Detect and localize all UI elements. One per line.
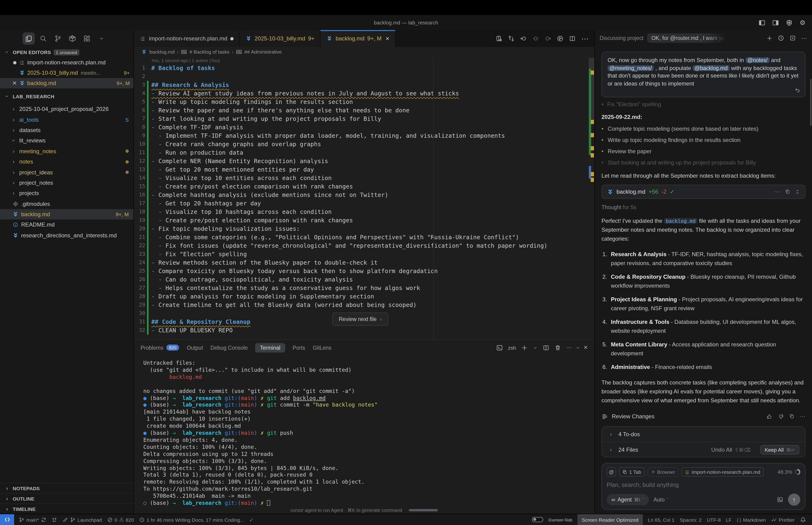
tab-output[interactable]: Output <box>187 345 203 350</box>
editor-line[interactable]: 32- CLEAN UP BLUESKY REPO <box>134 326 594 335</box>
tree-file-.gitmodules[interactable]: .gitmodules <box>0 198 134 209</box>
breadcrumb[interactable]: backlog.md › # Backlog of tasks › ## Adm… <box>134 47 594 56</box>
chat-composer[interactable]: @ 1 Tab Browser import-notion-research.p… <box>601 463 806 510</box>
toggle-sidebar-icon[interactable] <box>759 19 766 26</box>
chat-scrollbar[interactable] <box>810 79 812 126</box>
editor-line[interactable]: 11 - Run on production data <box>134 149 594 157</box>
nav-current-icon[interactable] <box>532 35 539 42</box>
editor-line[interactable]: 26 - Can do outrage, sociopolitical, and… <box>134 275 594 284</box>
toggle-panel-icon[interactable] <box>772 19 779 26</box>
model-selector[interactable]: Autoˆ <box>654 497 668 502</box>
thought-duration[interactable]: Thought for 5s <box>601 205 806 210</box>
tab-import-notion-plan[interactable]: import-notion-research.plan.md <box>134 30 240 47</box>
editor-line[interactable]: 14 - Visualize top 10 entities across ea… <box>134 174 594 182</box>
new-terminal-icon[interactable] <box>521 344 528 351</box>
tree-folder-project_ideas[interactable]: ›project_ideas <box>0 167 134 178</box>
sync-icon[interactable] <box>41 517 47 522</box>
undo-all-button[interactable]: Undo All⇧⌘⌫ <box>711 446 751 453</box>
editor-line[interactable]: 7- Start looking at and writing up the p… <box>134 115 594 123</box>
indentation[interactable]: Spaces: 2 <box>680 517 702 522</box>
screen-reader-mode[interactable]: Screen Reader Optimized <box>578 514 643 525</box>
history-icon[interactable] <box>778 35 784 41</box>
more-actions-icon[interactable]: ⋯ <box>581 34 589 43</box>
source-control-icon[interactable] <box>52 32 64 45</box>
editor-line[interactable]: 21 - Combine some categories (e.g., "Pol… <box>134 233 594 242</box>
close-panel-icon[interactable]: ✕ <box>584 345 588 351</box>
tab-billy-notes[interactable]: 2025-10-03_billy.md 9+ <box>240 30 321 47</box>
editor-line[interactable]: 6- Review the paper and see if there's a… <box>134 106 594 115</box>
kill-terminal-icon[interactable] <box>554 344 561 351</box>
tree-file-backlog.md[interactable]: backlog.md9+, M <box>0 209 134 220</box>
breadcrumb-h1[interactable]: # Backlog of tasks <box>189 49 229 55</box>
editor-line[interactable]: 17 - Get top 20 hashtags per day <box>134 199 594 208</box>
copy-icon[interactable] <box>785 189 791 195</box>
formatter-status[interactable]: ✓✓Prettier <box>771 517 795 522</box>
open-preview-icon[interactable] <box>496 35 502 42</box>
tree-file-research_directions_and_interests.md[interactable]: research_directions_and_interests.md <box>0 230 134 241</box>
tab-ports[interactable]: Ports <box>292 345 305 350</box>
open-editor-item[interactable]: import-notion-research.plan.md <box>0 57 134 68</box>
send-button[interactable]: ↑ <box>788 494 800 506</box>
editor-line[interactable]: 23 - Fix "Election" spelling <box>134 250 594 258</box>
nav-forward-icon[interactable] <box>545 35 551 42</box>
editor-line[interactable]: 8- Complete TF-IDF analysis <box>134 123 594 132</box>
files-row[interactable]: › 24 Files Undo All⇧⌘⌫ Keep All⌘↵ <box>602 442 805 457</box>
editor-line[interactable]: 13 - Get top 20 most mentioned entities … <box>134 165 594 174</box>
open-editors-header[interactable]: › OPEN EDITORS 1 unsaved <box>0 47 134 57</box>
editor-line[interactable]: 24- Review methods section of the Bluesk… <box>134 258 594 267</box>
chat-pane-title[interactable]: Discussing project <box>600 35 644 41</box>
open-editor-item-active[interactable]: ✕ backlog.md 9+, M <box>0 78 134 88</box>
terminal-output[interactable]: Untracked files: (use "git add <file>...… <box>134 355 594 507</box>
section-notepads[interactable]: ›NOTEPADS <box>0 483 134 493</box>
git-branch-status[interactable]: main* <box>19 517 47 522</box>
terminal-dropdown-icon[interactable] <box>533 345 538 350</box>
tab-problems[interactable]: Problems820 <box>140 345 179 351</box>
editor-line[interactable]: 28- Draft up analysis for topic modeling… <box>134 292 594 301</box>
more-actions-icon[interactable]: ⋯ <box>801 34 807 42</box>
editor-line[interactable]: 15 - Create pre/post election comparison… <box>134 182 594 191</box>
editor-line[interactable]: 29- Create timeline to get all the Blues… <box>134 301 594 309</box>
tune-status-icon[interactable] <box>52 517 57 522</box>
keep-all-button[interactable]: Keep All⌘↵ <box>761 445 799 454</box>
tab-terminal[interactable]: Terminal <box>256 343 285 352</box>
review-next-file-button[interactable]: Review next file › <box>332 313 388 326</box>
encoding[interactable]: UTF-8 <box>707 517 721 522</box>
chevron-down-icon[interactable] <box>95 32 108 45</box>
editor-line[interactable]: 5- Write up topic modeling findings in t… <box>134 98 594 106</box>
restore-checkpoint-icon[interactable] <box>794 87 801 93</box>
split-terminal-icon[interactable] <box>543 344 549 351</box>
editor-line[interactable]: 10 - Create rank change graphs and overl… <box>134 140 594 149</box>
open-editor-item[interactable]: 2025-10-03_billy.md meetin... 9+ <box>0 68 134 78</box>
layout-icon[interactable] <box>81 32 93 45</box>
check-status[interactable]: ✓ <box>249 517 254 522</box>
launchpad-status[interactable]: Launchpad <box>62 517 102 522</box>
breadcrumb-file[interactable]: backlog.md <box>150 49 174 55</box>
editor-line[interactable]: 25- Compare toxicity on Bluesky today ve… <box>134 267 594 275</box>
explorer-icon[interactable] <box>22 32 35 45</box>
cursor-tab-toggle[interactable] <box>532 517 543 522</box>
title-bar[interactable]: backlog.md — lab_research ⚙ <box>0 15 812 30</box>
cursor-position[interactable]: Ln 65, Col 1 <box>648 517 675 522</box>
tree-folder-datasets[interactable]: ›datasets <box>0 125 134 136</box>
horizontal-scrollbar[interactable] <box>409 509 438 511</box>
remote-indicator[interactable] <box>0 514 14 525</box>
editor-line[interactable]: 27 - Helps contextualize the study as a … <box>134 284 594 292</box>
add-context-button[interactable]: @ <box>607 467 616 477</box>
maximize-panel-icon[interactable]: › <box>575 347 580 348</box>
compare-changes-icon[interactable] <box>508 35 515 42</box>
more-actions-icon[interactable]: ⋯ <box>800 413 806 420</box>
tree-folder-meeting_notes[interactable]: ›meeting_notes <box>0 146 134 156</box>
gear-icon[interactable]: ⚙ <box>799 19 806 26</box>
notifications-bell-icon[interactable] <box>800 516 806 523</box>
search-icon[interactable] <box>37 32 49 45</box>
context-usage[interactable]: 48.3% <box>778 469 800 475</box>
editor-line[interactable]: 3## Research & Analysis <box>134 81 594 89</box>
code-editor[interactable]: You, 1 second ago | 1 author (You) 1# Ba… <box>134 56 594 339</box>
mode-selector[interactable]: ∞ Agent ⌘I ˆ <box>607 494 649 505</box>
tree-folder-project_notes[interactable]: ›project_notes <box>0 177 134 188</box>
edited-file-card[interactable]: backlog.md +56 -2 ✓ ⋯ <box>601 185 806 199</box>
shell-label[interactable]: zsh <box>508 345 516 350</box>
language-mode[interactable]: { }Markdown <box>737 517 766 522</box>
add-browser-chip[interactable]: Browser <box>647 467 678 477</box>
expand-collapse-icon[interactable] <box>795 189 800 195</box>
